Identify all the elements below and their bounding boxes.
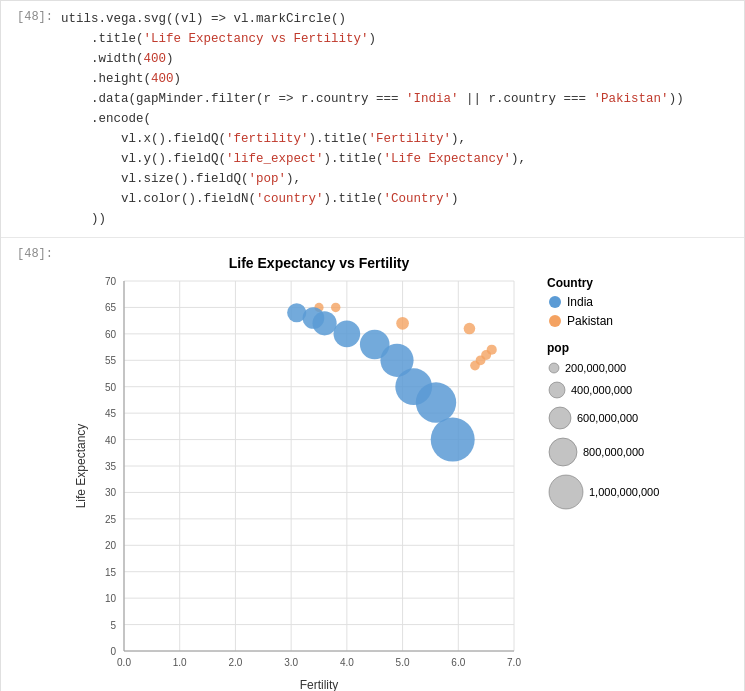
pop-size-icon (547, 380, 567, 400)
pop-size-icon (547, 473, 585, 511)
legend-pop-title: pop (547, 341, 659, 355)
india-point (287, 303, 306, 322)
chart-wrapper: Life Expectancy vs Fertility0.01.02.03.0… (69, 246, 744, 691)
legend-pakistan: Pakistan (547, 313, 659, 329)
y-tick: 55 (105, 355, 117, 366)
pakistan-point (331, 303, 340, 312)
svg-point-6 (549, 475, 583, 509)
x-tick: 6.0 (451, 657, 465, 668)
y-tick: 60 (105, 329, 117, 340)
legend-pop-size: 1,000,000,000 (547, 473, 659, 511)
legend: Country India Pakistan pop 200,000,000 4… (547, 276, 659, 516)
legend-pop-size: 600,000,000 (547, 405, 659, 431)
x-tick: 5.0 (396, 657, 410, 668)
pop-size-icon (547, 361, 561, 375)
pop-size-icon (547, 436, 579, 468)
y-tick: 50 (105, 382, 117, 393)
y-tick: 0 (110, 646, 116, 657)
svg-point-2 (549, 363, 559, 373)
legend-pop-size: 800,000,000 (547, 436, 659, 468)
x-tick: 4.0 (340, 657, 354, 668)
india-label: India (567, 295, 593, 309)
svg-point-0 (549, 296, 561, 308)
y-tick: 25 (105, 514, 117, 525)
code-cell: [48]: utils.vega.svg((vl) => vl.markCirc… (1, 1, 744, 238)
notebook-container: [48]: utils.vega.svg((vl) => vl.markCirc… (0, 0, 745, 691)
pop-size-label: 200,000,000 (565, 362, 626, 374)
y-tick: 70 (105, 276, 117, 287)
pop-size-label: 600,000,000 (577, 412, 638, 424)
legend-country-title: Country (547, 276, 659, 290)
cell-number-code: [48]: (1, 9, 61, 229)
pakistan-point (464, 323, 476, 335)
pop-size-icon (547, 405, 573, 431)
x-axis-label: Fertility (300, 678, 339, 691)
pop-size-label: 800,000,000 (583, 446, 644, 458)
svg-point-3 (549, 382, 565, 398)
india-point (333, 320, 360, 347)
cell-number-output: [48]: (1, 246, 61, 691)
pop-size-label: 1,000,000,000 (589, 486, 659, 498)
legend-pop-size: 200,000,000 (547, 361, 659, 375)
svg-point-4 (549, 407, 571, 429)
x-tick: 0.0 (117, 657, 131, 668)
pakistan-label: Pakistan (567, 314, 613, 328)
india-point (431, 418, 475, 462)
india-point (360, 330, 390, 360)
chart-title: Life Expectancy vs Fertility (229, 255, 410, 271)
legend-pop-size: 400,000,000 (547, 380, 659, 400)
y-tick: 10 (105, 593, 117, 604)
legend-india: India (547, 294, 659, 310)
y-tick: 20 (105, 540, 117, 551)
y-tick: 15 (105, 567, 117, 578)
scatter-chart: Life Expectancy vs Fertility0.01.02.03.0… (69, 246, 539, 691)
code-content: utils.vega.svg((vl) => vl.markCircle() .… (61, 9, 744, 229)
pakistan-point (396, 317, 409, 330)
y-axis-label: Life Expectancy (74, 424, 88, 509)
india-legend-icon (547, 294, 563, 310)
pakistan-point (470, 361, 480, 371)
y-tick: 30 (105, 487, 117, 498)
pop-size-label: 400,000,000 (571, 384, 632, 396)
svg-point-5 (549, 438, 577, 466)
x-tick: 1.0 (173, 657, 187, 668)
y-tick: 65 (105, 302, 117, 313)
output-cell: [48]: Life Expectancy vs Fertility0.01.0… (1, 238, 744, 691)
x-tick: 2.0 (228, 657, 242, 668)
chart-area: Life Expectancy vs Fertility0.01.02.03.0… (61, 246, 744, 691)
x-tick: 3.0 (284, 657, 298, 668)
x-tick: 7.0 (507, 657, 521, 668)
pakistan-legend-icon (547, 313, 563, 329)
y-tick: 5 (110, 620, 116, 631)
y-tick: 35 (105, 461, 117, 472)
y-tick: 40 (105, 435, 117, 446)
svg-point-1 (549, 315, 561, 327)
y-tick: 45 (105, 408, 117, 419)
